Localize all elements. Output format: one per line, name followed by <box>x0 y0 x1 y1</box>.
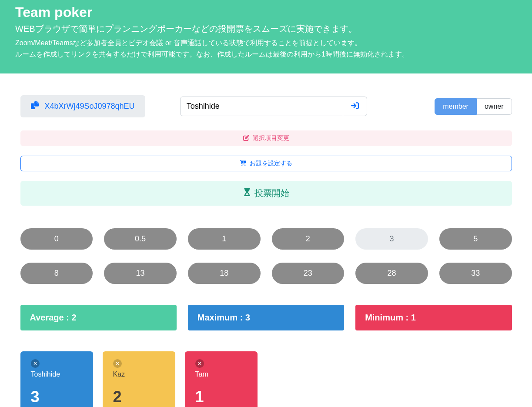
player-vote: 2 <box>113 388 165 406</box>
vote-option-28[interactable]: 28 <box>355 263 428 284</box>
player-card: ✕Tam1 <box>185 351 258 407</box>
player-card: ✕Kaz2 <box>103 351 175 407</box>
player-vote: 1 <box>195 388 247 406</box>
sign-in-icon <box>351 102 359 111</box>
role-toggle: member owner <box>435 98 512 115</box>
top-controls-row: X4bXrWj49SoJ0978qhEU member owner <box>20 95 512 117</box>
set-topic-label: お題を設定する <box>250 160 292 167</box>
vote-option-18[interactable]: 18 <box>188 263 261 284</box>
player-name: Kaz <box>113 370 165 378</box>
member-toggle-button[interactable]: member <box>435 98 477 115</box>
username-input[interactable] <box>180 97 343 116</box>
average-value: 2 <box>71 313 76 322</box>
vote-option-0[interactable]: 0 <box>20 228 93 250</box>
player-name: Tam <box>195 370 247 378</box>
close-icon: ✕ <box>197 360 202 367</box>
page-title: Team poker <box>15 4 517 20</box>
vote-option-3[interactable]: 3 <box>355 228 428 250</box>
maximum-stat: Maximum : 3 <box>188 305 344 330</box>
vote-option-13[interactable]: 13 <box>104 263 177 284</box>
main-container: X4bXrWj49SoJ0978qhEU member owner 選択項目変更… <box>14 73 519 407</box>
maximum-label: Maximum : <box>197 313 243 322</box>
maximum-value: 3 <box>245 313 250 322</box>
start-vote-button[interactable]: 投票開始 <box>20 181 512 206</box>
set-topic-button[interactable]: お題を設定する <box>20 156 512 171</box>
stats-row: Average : 2 Maximum : 3 Minimum : 1 <box>20 305 512 330</box>
minimum-stat: Minimum : 1 <box>355 305 512 330</box>
cart-plus-icon <box>240 160 246 167</box>
average-stat: Average : 2 <box>20 305 177 330</box>
remove-player-button[interactable]: ✕ <box>195 359 204 368</box>
page-subtitle: WEBブラウザで簡単にプランニングポーカーなどの投開票をスムーズに実施できます。 <box>15 23 517 35</box>
average-label: Average : <box>30 313 69 322</box>
vote-option-8[interactable]: 8 <box>20 263 93 284</box>
edit-icon <box>243 135 249 142</box>
header-note-1: Zoom/Meet/Teamsなど参加者全員とビデオ会議 or 音声通話している… <box>15 37 517 49</box>
hourglass-start-icon <box>243 188 251 198</box>
minimum-value: 1 <box>411 313 416 322</box>
vote-option-2[interactable]: 2 <box>272 228 345 250</box>
change-options-label: 選択項目変更 <box>253 134 289 142</box>
minimum-label: Minimum : <box>365 313 408 322</box>
enter-room-button[interactable] <box>343 97 367 116</box>
change-options-button[interactable]: 選択項目変更 <box>20 130 512 146</box>
vote-option-0.5[interactable]: 0.5 <box>104 228 177 250</box>
start-vote-label: 投票開始 <box>254 187 289 199</box>
remove-player-button[interactable]: ✕ <box>31 359 40 368</box>
username-group <box>180 97 367 116</box>
close-icon: ✕ <box>115 360 120 367</box>
vote-option-33[interactable]: 33 <box>439 263 512 284</box>
players-row: ✕Toshihide3✕Kaz2✕Tam1 <box>20 351 512 407</box>
player-card: ✕Toshihide3 <box>20 351 93 407</box>
owner-toggle-button[interactable]: owner <box>477 98 512 115</box>
page-header: Team poker WEBブラウザで簡単にプランニングポーカーなどの投開票をス… <box>0 0 532 73</box>
header-note-2: ルームを作成してリンクを共有するだけで利用可能です。なお、作成したルームは最後の… <box>15 49 517 60</box>
vote-option-1[interactable]: 1 <box>188 228 261 250</box>
copy-icon <box>31 101 39 111</box>
player-vote: 3 <box>31 388 83 406</box>
room-id-text: X4bXrWj49SoJ0978qhEU <box>45 102 135 111</box>
room-id-button[interactable]: X4bXrWj49SoJ0978qhEU <box>20 95 145 117</box>
vote-option-5[interactable]: 5 <box>439 228 512 250</box>
vote-option-23[interactable]: 23 <box>272 263 345 284</box>
remove-player-button[interactable]: ✕ <box>113 359 122 368</box>
vote-options-grid: 00.5123581318232833 <box>20 228 512 284</box>
player-name: Toshihide <box>31 370 83 378</box>
close-icon: ✕ <box>33 360 37 367</box>
